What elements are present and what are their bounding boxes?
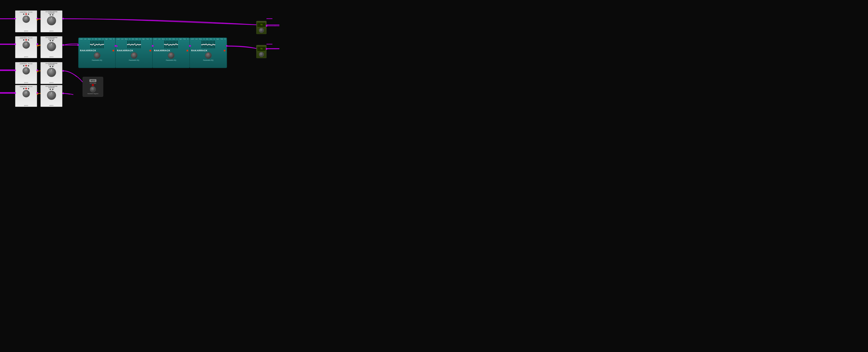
rakarrack-eq-4[interactable]: Level Low Bass St Mid Med St High Treb S… [189,37,227,68]
eq4-led [224,50,225,51]
tuner-bottom[interactable]: TU [256,45,267,58]
rakarrack-eq-3[interactable]: Level Low Bass St Mid Med St High Treb S… [152,37,190,68]
eq3-subtitle: Parametric EQ [166,59,176,61]
rakarrack-eq-1[interactable]: Level Low Bass St Mid Med St High Treb S… [78,37,116,68]
attn-knob-r1[interactable] [47,16,56,25]
eq4-knob[interactable] [205,52,212,59]
rakarrack-eq-2[interactable]: Level Low Bass St Mid Med St High Treb S… [115,37,153,68]
eq2-led [150,50,151,51]
led-r2 [26,39,27,40]
port-out-r1 [28,13,29,15]
attn-knob-r2[interactable] [47,42,56,51]
module-title-r1: CONTROL TO CV [20,11,32,13]
attn-knob-r3[interactable] [47,68,56,77]
module-title-r2: CONTROL TO CV [20,36,32,39]
brand-r2: @MOD [16,56,37,57]
rakarrack-brand-1: RAKARRACK [80,49,96,52]
tuner-text-bottom: TU [260,48,262,50]
svg-point-8 [62,18,64,20]
bypass-sublabel: Left & Right [90,83,96,84]
tuner-display-bottom: TU [257,46,266,51]
rakarrack-brand-4: RAKARRACK [191,49,208,52]
attn-port-in-r4 [50,89,51,90]
knob-r3[interactable] [23,67,30,74]
eq3-led [187,50,188,51]
port-in-r1 [23,13,25,15]
bypass-knob[interactable] [90,86,96,92]
tuner-knob-bottom[interactable] [259,52,264,57]
rakarrack-brand-3: RAKARRACK [154,49,170,52]
bypass-label: Hardware Bypass [87,93,98,94]
svg-point-28 [62,93,64,94]
attn-title-r2: CV ATTENUVERTERBOOSTER [45,36,57,40]
tuner-text-top: TU [260,24,262,26]
eq4-subtitle: Parametric EQ [203,59,213,61]
port-out-r4 [28,88,29,89]
attn-brand-r3: @MOD [41,82,62,83]
led-r3 [26,65,27,66]
attn-brand-r2: @MOD [41,56,62,57]
svg-point-24 [62,70,64,72]
attn-port-in-r2 [50,40,51,41]
port-in-r3 [23,65,25,66]
eq3-knob[interactable] [168,52,175,59]
knob-r1[interactable] [23,15,30,23]
mod-hardware-bypass[interactable]: MOD Left & Right Hardware Bypass [83,77,103,97]
knob-r4[interactable] [23,90,30,97]
control-to-cv-row1[interactable]: CONTROL TO CV @MOD [15,10,37,32]
port-in-r2 [23,39,25,41]
attn-port-out-r3 [52,66,54,67]
attn-port-out-r2 [52,40,54,41]
brand-r4: @MOD [16,105,37,106]
knob-r2[interactable] [23,41,30,49]
cv-attenuverter-row2[interactable]: CV ATTENUVERTERBOOSTER @MOD [40,36,62,58]
mod-logo: MOD [89,79,96,82]
svg-point-12 [62,44,64,46]
attn-title-r1: CV ATTENUVERTERBOOSTER [45,11,57,14]
cv-attenuverter-row1[interactable]: CV ATTENUVERTERBOOSTER @MOD [40,10,62,32]
eq1-label: Level [80,38,83,40]
port-in-r4 [23,88,25,89]
tuner-knob-top[interactable] [259,28,264,33]
main-canvas: CONTROL TO CV @MOD CV ATTENUVERTERBOOSTE… [0,0,868,352]
brand-r3: @MOD [16,82,37,83]
control-to-cv-row4[interactable]: CONTROL TO CV @MOD [15,85,37,107]
cv-attenuverter-row3[interactable]: CV ATTENUVERTERBOOSTER @MOD [40,62,62,84]
attn-title-r4: CV ATTENUVERTERBOOSTER [45,85,57,88]
eq1-led [113,50,114,51]
attn-port-out-r4 [52,89,54,90]
attn-port-in-r1 [50,14,51,15]
tuner-display-top: TU [257,22,266,27]
attn-brand-r1: @MOD [41,30,62,32]
brand-r1: @MOD [16,30,37,32]
rakarrack-brand-2: RAKARRACK [117,49,133,52]
eq1-knob[interactable] [94,52,100,59]
eq1-subtitle: Parametric EQ [92,59,102,61]
cv-attenuverter-row4[interactable]: CV ATTENUVERTERBOOSTER @MOD [40,85,62,107]
port-out-r2 [28,39,29,41]
control-to-cv-row2[interactable]: CONTROL TO CV @MOD [15,36,37,58]
tuner-top[interactable]: TU [256,21,267,34]
attn-port-in-r3 [50,66,51,67]
eq2-knob[interactable] [131,52,137,59]
port-out-r3 [28,65,29,66]
module-title-r3: CONTROL TO CV [20,62,32,65]
attn-port-out-r1 [52,14,54,15]
led-r4 [26,88,27,89]
eq2-subtitle: Parametric EQ [129,59,139,61]
control-to-cv-row3[interactable]: CONTROL TO CV @MOD [15,62,37,84]
module-title-r4: CONTROL TO CV [20,85,32,88]
attn-brand-r4: @MOD [41,105,62,106]
bypass-led [92,84,94,86]
led-r1 [26,13,27,15]
attn-knob-r4[interactable] [47,91,56,100]
attn-title-r3: CV ATTENUVERTERBOOSTER [45,62,57,65]
